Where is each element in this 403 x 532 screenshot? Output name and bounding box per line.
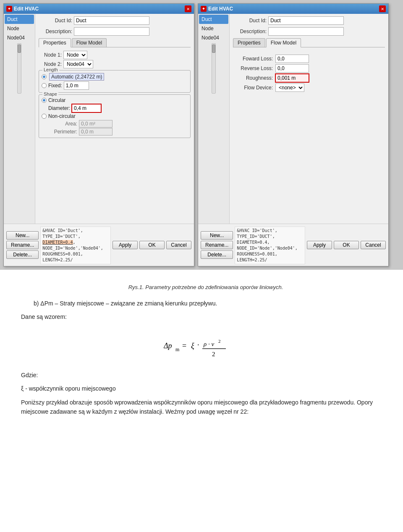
area-input[interactable] [79,120,113,128]
apply-button-left[interactable]: Apply [113,241,138,249]
dialog-right-main: Duct Id: Description: Properties Flow Mo… [230,14,388,224]
description-label-right: Description: [233,29,267,34]
dialog-right-title: Edit HVAC [208,6,233,12]
duct-id-row: Duct Id: [39,16,191,25]
svg-text:Δp: Δp [164,342,172,350]
close-button-left[interactable]: ✕ [185,5,191,12]
dialog-right-footer: New... Rename... Delete... &HVAC ID='Duc… [198,224,388,266]
code-line1-left: &HVAC ID='Duct', TYPE_ID='DUCT', DIAMETE… [42,228,83,245]
close-button-right[interactable]: ✕ [379,5,386,12]
circular-label: Circular [48,97,65,103]
description-input-left[interactable] [74,27,149,36]
description-input-right[interactable] [268,27,344,36]
sidebar-item-node-right[interactable]: Node [199,24,228,33]
description-row-left: Description: [39,27,191,36]
description-label-left: Description: [39,29,72,34]
sidebar-item-node04-right[interactable]: Node04 [199,33,228,42]
tab-bar-right: Properties Flow Model [233,38,385,47]
non-circular-label: Non-circular [48,113,76,119]
dialog-icon-right: ✦ [201,6,207,12]
code-line2-left: NODE_ID='Node','Node04', ROUGHNESS=0.001… [42,246,103,262]
node2-label: Node 2: [39,61,62,67]
circular-radio[interactable] [42,98,47,103]
fixed-input[interactable] [64,81,89,90]
sidebar-item-node-left[interactable]: Node [5,24,34,33]
flow-device-label: Flow Device: [233,85,273,91]
sidebar-item-duct-left[interactable]: Duct [5,15,34,24]
formula-container: Δp m = ξ · ρ · v 2 2 [21,329,390,363]
fixed-radio[interactable] [42,83,47,88]
node1-select[interactable]: Node [63,51,87,59]
properties-content-left: Node 1: Node Node 2: Node04 Le [39,51,191,140]
ok-button-left[interactable]: OK [139,241,165,249]
forward-loss-label: Foward Loss: [233,56,273,62]
cancel-button-left[interactable]: Cancel [166,241,191,249]
sidebar-left: Duct Node Node04 [4,14,35,224]
tab-properties-left[interactable]: Properties [39,38,71,47]
delete-button-left[interactable]: Delete... [6,250,39,259]
footer-right-buttons-right: Apply OK Cancel [307,241,386,249]
node1-label: Node 1: [39,52,62,58]
cancel-button-right[interactable]: Cancel [361,241,386,249]
figure-caption: Rys.1. Parametry potrzebne do zdefiniowa… [21,284,390,290]
flow-device-select[interactable]: <none> [275,83,304,92]
reverse-loss-label: Reverse Loss: [233,65,273,71]
dialog-left-body: Duct Node Node04 Duct Id: Description: [4,14,194,224]
formula-svg: Δp m = ξ · ρ · v 2 2 [164,329,248,363]
auto-length-row: Automatic (2,24722 m) [42,73,188,81]
new-button-left[interactable]: New... [6,231,39,240]
duct-id-input-right[interactable] [268,16,344,25]
dialog-icon: ✦ [6,6,12,12]
flow-device-row: Flow Device: <none> [233,83,385,92]
sidebar-item-node04-left[interactable]: Node04 [5,33,34,42]
reverse-loss-input[interactable] [275,64,309,73]
code-bar-right: &HVAC ID='Duct', TYPE_ID='DUCT', DIAMETE… [235,227,305,264]
roughness-row: Roughness: [233,74,385,82]
perimeter-input[interactable] [79,128,113,136]
tab-flow-model-right[interactable]: Flow Model [266,38,301,47]
svg-text:·: · [197,341,199,349]
node1-row: Node 1: Node [39,51,191,59]
rename-button-right[interactable]: Rename... [201,241,233,249]
duct-id-row-right: Duct Id: [233,16,385,25]
dialog-right-body: Duct Node Node04 Duct Id: Description: [198,14,388,224]
diameter-input[interactable] [72,104,101,112]
roughness-input[interactable] [275,74,309,82]
delete-button-right[interactable]: Delete... [201,250,233,259]
auto-label: Automatic (2,24722 m) [49,73,104,81]
code-line1-right: &HVAC ID='Duct', TYPE_ID='DUCT', DIAMETE… [237,228,277,245]
diameter-row: Diameter: [42,104,188,112]
sidebar-item-duct-right[interactable]: Duct [199,15,228,24]
tab-properties-right[interactable]: Properties [233,38,265,47]
duct-id-label-right: Duct Id: [233,18,267,23]
code-bar-left: &HVAC ID='Duct', TYPE_ID='DUCT', DIAMETE… [40,227,111,264]
auto-radio[interactable] [42,74,47,79]
area-row: Area: [42,120,188,128]
duct-id-input-left[interactable] [74,16,149,25]
description-row-right: Description: [233,27,385,36]
perimeter-label: Perimeter: [50,129,77,135]
sidebar-scroll-right[interactable] [212,43,216,94]
circular-row: Circular [42,97,188,103]
shape-group-box: Shape Circular Diameter: Non-circular [39,94,191,138]
sidebar-scroll-left[interactable] [17,43,21,94]
new-button-right[interactable]: New... [201,231,233,240]
node2-select[interactable]: Node04 [63,60,93,68]
apply-button-right[interactable]: Apply [307,241,332,249]
title-left-right: ✦ Edit HVAC [201,6,233,12]
svg-text:ξ: ξ [191,342,194,350]
non-circular-radio[interactable] [42,114,47,119]
sidebar-scroll-thumb-left [18,44,21,53]
footer-left-buttons: New... Rename... Delete... [6,231,39,259]
svg-text:m: m [175,347,180,352]
flow-model-content: Foward Loss: Reverse Loss: Roughness: Fl… [233,51,385,93]
non-circular-row: Non-circular [42,113,188,119]
dane-sa-wzorem: Dane są wzorem: [21,312,390,321]
fixed-length-row: Fixed: [42,81,188,90]
tab-bar-left: Properties Flow Model [39,38,191,47]
dialog-left-footer: New... Rename... Delete... &HVAC ID='Duc… [4,224,194,266]
rename-button-left[interactable]: Rename... [6,241,39,249]
forward-loss-input[interactable] [275,55,309,63]
tab-flow-model-left[interactable]: Flow Model [72,38,107,47]
ok-button-right[interactable]: OK [334,241,359,249]
